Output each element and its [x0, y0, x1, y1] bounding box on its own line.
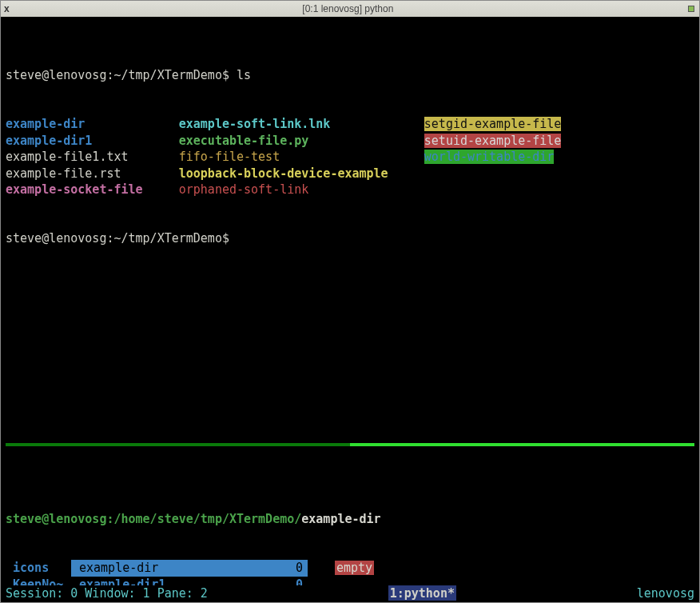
ls-item: example-file.rst [6, 166, 179, 181]
ls-item: example-dir [6, 117, 179, 131]
ranger-path: steve@lenovosg:/home/steve/tmp/XTermDemo… [6, 511, 694, 527]
window-title: [0:1 lenovosg] python [10, 3, 686, 14]
prompt-text: steve@lenovosg:~/tmp/XTermDemo$ [6, 68, 237, 82]
prompt-line: steve@lenovosg:~/tmp/XTermDemo$ ls [6, 67, 694, 83]
pane-divider[interactable] [6, 443, 694, 446]
ranger-item-size: 0 [296, 577, 303, 585]
ranger-item-name[interactable]: example-dir1 [79, 577, 165, 585]
ls-item: executable-file.py [179, 134, 424, 148]
ls-item: example-socket-file [6, 182, 179, 197]
prompt-line: steve@lenovosg:~/tmp/XTermDemo$ [6, 230, 694, 246]
ranger-body[interactable]: iconsexample-dir0empty KeepNo~example-di… [6, 560, 694, 585]
ranger-item-name[interactable]: example-dir [79, 560, 158, 576]
tmux-hostname: lenovosg [637, 585, 694, 601]
ls-output: example-dir example-soft-link.lnk setgid… [6, 116, 694, 198]
close-icon[interactable]: x [4, 3, 10, 14]
ls-item: world-writable-dir [424, 150, 555, 164]
ls-item: loopback-block-device-example [179, 166, 424, 181]
ls-item: fifo-file-test [179, 150, 424, 164]
tmux-session-info: Session: 0 Window: 1 Pane: 2 [6, 585, 208, 601]
terminal-window: x [0:1 lenovosg] python steve@lenovosg:~… [0, 0, 700, 603]
ls-item: orphaned-soft-link [179, 182, 424, 197]
ranger-row[interactable]: KeepNo~example-dir10 [6, 577, 694, 585]
ranger-item-size: 0 [296, 560, 303, 576]
terminal-content[interactable]: steve@lenovosg:~/tmp/XTermDemo$ ls examp… [1, 17, 699, 585]
ranger-preview-empty: empty [335, 561, 374, 575]
spacer [6, 296, 694, 410]
ls-item: setgid-example-file [424, 117, 562, 131]
ranger-parent-item[interactable]: icons [6, 560, 71, 576]
minimize-icon[interactable] [688, 6, 694, 12]
prompt-text: steve@lenovosg:~/tmp/XTermDemo$ [6, 231, 237, 246]
ranger-row[interactable]: iconsexample-dir0empty [6, 560, 694, 576]
path-current: example-dir [301, 512, 380, 526]
ls-item: example-dir1 [6, 134, 179, 148]
ls-item: example-file1.txt [6, 150, 179, 164]
ls-item: example-soft-link.lnk [179, 117, 424, 131]
tmux-window-tab[interactable]: 1:python* [388, 585, 456, 601]
ranger-parent-item[interactable]: KeepNo~ [6, 577, 71, 585]
command-text: ls [237, 68, 251, 82]
ls-item: setuid-example-file [424, 134, 562, 148]
path-prefix: steve@lenovosg:/home/steve/tmp/XTermDemo… [6, 512, 301, 526]
tmux-statusbar: Session: 0 Window: 1 Pane: 2 1:python* l… [1, 585, 699, 602]
titlebar[interactable]: x [0:1 lenovosg] python [1, 1, 699, 17]
